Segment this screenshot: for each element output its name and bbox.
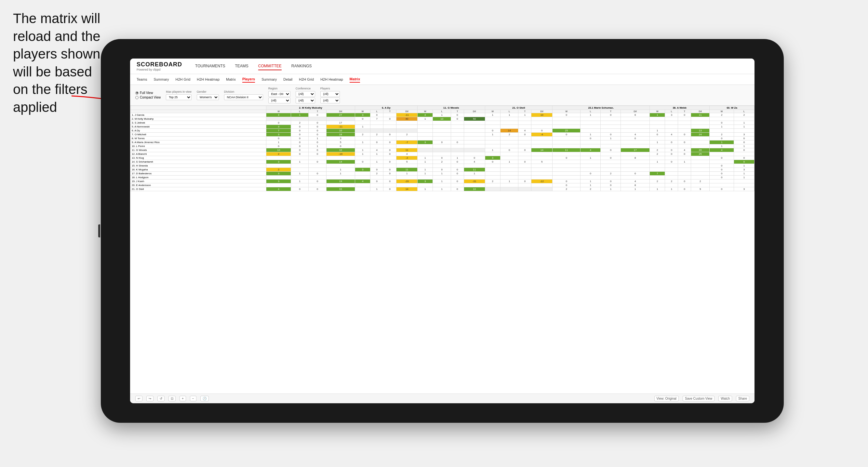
nav-teams[interactable]: TEAMS (235, 62, 248, 70)
sub-nav-h2h-heatmap2[interactable]: H2H Heatmap (320, 76, 343, 82)
matrix-cell (451, 121, 464, 125)
matrix-cell (417, 125, 433, 129)
matrix-cell (451, 133, 464, 136)
matrix-cell: -11 (397, 113, 417, 117)
player-name-cell: 15. H Stranda (130, 164, 266, 168)
matrix-cell (433, 129, 451, 133)
matrix-cell (601, 176, 621, 180)
matrix-cell (734, 152, 754, 156)
refresh-btn[interactable]: ↺ (157, 396, 164, 401)
matrix-cell: 1 (417, 187, 433, 191)
save-custom-btn[interactable]: Save Custom View (683, 396, 714, 401)
share-btn[interactable]: Share (736, 396, 749, 401)
matrix-cell (734, 183, 754, 187)
matrix-cell (710, 152, 734, 156)
nav-rankings[interactable]: RANKINGS (291, 62, 312, 70)
matrix-cell: 0 (601, 156, 621, 160)
sub-nav-h2h-grid1[interactable]: H2H Grid (175, 76, 190, 82)
matrix-cell: 2 (710, 113, 734, 117)
matrix-cell: 3 (417, 141, 433, 145)
matrix-cell (433, 121, 451, 125)
sub-nav-players[interactable]: Players (242, 76, 255, 83)
sub-nav-h2h-grid2[interactable]: H2H Grid (299, 76, 314, 82)
matrix-cell: 27 (326, 113, 355, 117)
matrix-cell: 1 (678, 160, 691, 164)
sub-nav-teams[interactable]: Teams (136, 76, 147, 82)
conference-filter: Conference (All) (All) (296, 87, 315, 103)
compact-view-option[interactable]: Compact View (135, 96, 161, 99)
matrix-cell: 2 (433, 160, 451, 164)
compact-view-radio[interactable] (135, 96, 138, 99)
matrix-cell (518, 164, 531, 168)
wlt-l4: L (500, 110, 518, 113)
matrix-cell (417, 136, 433, 141)
division-select[interactable]: NCAA Division II (224, 94, 263, 100)
zoom-fit-btn[interactable]: ⊡ (168, 396, 176, 401)
sub-nav-h2h-heatmap1[interactable]: H2H Heatmap (197, 76, 219, 82)
undo-btn[interactable]: ↩ (135, 396, 143, 401)
player-name-cell: 16. K Mcgaha (130, 168, 266, 172)
conference-select[interactable]: (All) (296, 91, 315, 97)
gender-select[interactable]: Women's (197, 94, 219, 100)
player-name-cell: 18. L Hodgson (130, 176, 266, 180)
region-select[interactable]: East - DII (268, 91, 290, 97)
matrix-cell (553, 164, 581, 168)
matrix-cell: 10 (326, 129, 355, 133)
matrix-cell: 0 (309, 160, 326, 164)
matrix-cell: 7 (266, 129, 291, 133)
full-view-option[interactable]: Full View (135, 91, 161, 95)
players-select[interactable]: (All) (320, 91, 340, 97)
sub-nav-matrix1[interactable]: Matrix (226, 76, 236, 82)
zoom-in-btn[interactable]: + (180, 396, 186, 401)
matrix-cell (464, 136, 485, 141)
view-original-btn[interactable]: View: Original (654, 396, 679, 401)
player-name-cell: 21. O Stoll (130, 187, 266, 191)
sub-nav-summary1[interactable]: Summary (154, 76, 169, 82)
players-sub-select[interactable]: (All) (320, 98, 340, 103)
nav-tournaments[interactable]: TOURNAMENTS (195, 62, 225, 70)
zoom-out-btn[interactable]: − (190, 396, 196, 401)
matrix-cell (621, 121, 650, 125)
matrix-cell: 0 (710, 187, 734, 191)
matrix-cell (485, 172, 500, 176)
matrix-cell (266, 117, 291, 121)
wlt-t5: T (601, 110, 621, 113)
table-row: 20. E Andersson0108 (130, 183, 754, 187)
matrix-cell: 0 (665, 160, 678, 164)
matrix-cell (531, 164, 553, 168)
redo-btn[interactable]: ↪ (146, 396, 154, 401)
matrix-cell: 4 (665, 133, 678, 136)
matrix-cell: 1 (734, 164, 754, 168)
matrix-cell: 7 (649, 172, 665, 176)
matrix-cell: 1 (355, 148, 370, 152)
matrix-cell (383, 156, 397, 160)
matrix-cell (601, 160, 621, 164)
matrix-cell: 1 (581, 133, 601, 136)
sub-nav-matrix2[interactable]: Matrix (350, 76, 360, 83)
matrix-cell (649, 156, 665, 160)
wlt-d4: Dif (531, 110, 553, 113)
matrix-cell: 1 (326, 168, 355, 172)
full-view-radio[interactable] (135, 91, 138, 95)
max-players-select[interactable]: Top 25 (166, 94, 191, 100)
matrix-cell (518, 145, 531, 148)
region-sub-select[interactable]: (All) (268, 98, 290, 103)
matrix-cell: 1 (309, 145, 326, 148)
conference-sub-select[interactable]: (All) (296, 98, 315, 103)
sub-nav-detail[interactable]: Detail (283, 76, 292, 82)
matrix-cell: 1 (291, 113, 308, 117)
matrix-cell (581, 145, 601, 148)
matrix-cell (355, 136, 370, 141)
matrix-cell (417, 164, 433, 168)
tablet-screen: SCOREBOARD Powered by clippd TOURNAMENTS… (130, 59, 754, 403)
clock-btn[interactable]: 🕐 (200, 396, 209, 401)
matrix-area[interactable]: 2. M Kelly Mulcahy 6. A Dy 11. G Woods 2… (130, 106, 754, 394)
sub-nav-summary2[interactable]: Summary (261, 76, 277, 82)
matrix-cell: 1 (417, 168, 433, 172)
nav-committee[interactable]: COMMITTEE (258, 62, 282, 70)
matrix-cell: 0 (621, 136, 650, 141)
matrix-cell: 0 (266, 136, 291, 141)
table-row: 8. M Torres001301000 (130, 136, 754, 141)
watch-btn[interactable]: Watch (718, 396, 732, 401)
matrix-cell: 1 (355, 125, 370, 129)
